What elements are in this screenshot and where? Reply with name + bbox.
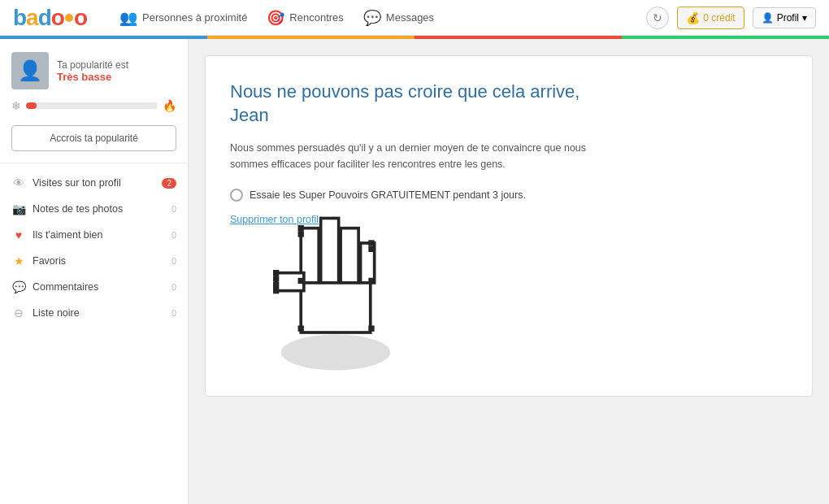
logo[interactable]: badoo [13, 5, 87, 31]
notes-icon: 📷 [11, 202, 26, 215]
sidebar-item-aiment[interactable]: ♥ Ils t'aiment bien 0 [0, 222, 188, 248]
sidebar-item-notes[interactable]: 📷 Notes de tes photos 0 [0, 196, 188, 222]
favoris-label: Favoris [33, 255, 165, 267]
profil-button[interactable]: 👤 Profil ▾ [753, 7, 816, 28]
svg-rect-2 [301, 228, 319, 283]
aiment-count: 0 [171, 230, 176, 240]
liste-noire-label: Liste noire [33, 307, 165, 319]
svg-rect-5 [361, 243, 375, 283]
svg-rect-8 [298, 231, 304, 237]
popularity-intro: Ta popularité est [57, 59, 128, 71]
popularity-level: Très basse [57, 71, 128, 83]
refresh-button[interactable]: ↻ [646, 7, 669, 29]
notes-count: 0 [171, 204, 176, 214]
card-description: Nous sommes persuadés qu'il y a un derni… [230, 140, 604, 172]
delete-profile-link[interactable]: Supprimer ton profil [230, 214, 319, 225]
commentaires-count: 0 [171, 282, 176, 292]
popularity-bar-section: ❄ 🔥 [0, 99, 188, 122]
snowflake-icon: ❄ [11, 99, 21, 112]
popularity-bar-track [26, 102, 158, 109]
liste-noire-icon: ⊖ [11, 306, 26, 319]
favoris-count: 0 [171, 256, 176, 266]
profil-icon: 👤 [762, 12, 774, 24]
svg-rect-4 [341, 228, 358, 283]
personnes-icon: 👥 [119, 9, 137, 27]
sidebar-item-favoris[interactable]: ★ Favoris 0 [0, 248, 188, 274]
super-powers-label: Essaie les Super Pouvoirs GRATUITEMENT p… [250, 189, 526, 201]
svg-rect-12 [368, 278, 374, 284]
coin-icon: 💰 [686, 11, 700, 24]
card-title-line1: Nous ne pouvons pas croire que cela arri… [230, 81, 579, 102]
card-title-name: Jean [230, 105, 269, 125]
nav-messages[interactable]: 💬 Messages [363, 9, 434, 27]
avatar-image: 👤 [11, 52, 49, 89]
liste-noire-count: 0 [171, 308, 176, 318]
visites-badge: 2 [162, 178, 176, 189]
svg-rect-16 [273, 276, 279, 281]
svg-rect-11 [368, 246, 374, 252]
svg-rect-17 [273, 282, 279, 288]
nav-right: ↻ 💰 0 crédit 👤 Profil ▾ [646, 7, 816, 29]
messages-icon: 💬 [363, 9, 381, 27]
top-navigation: badoo 👥 Personnes à proximité 🎯 Rencontr… [0, 0, 829, 36]
svg-rect-6 [276, 273, 304, 291]
svg-rect-10 [368, 240, 374, 245]
accrois-button[interactable]: Accrois ta popularité [11, 125, 176, 151]
aiment-icon: ♥ [11, 228, 26, 241]
visites-label: Visites sur ton profil [33, 177, 155, 189]
content-area: Nous ne pouvons pas croire que cela arri… [189, 39, 829, 504]
chevron-down-icon: ▾ [802, 12, 807, 24]
popularity-info: Ta popularité est Très basse [57, 59, 128, 83]
rencontres-icon: 🎯 [267, 9, 284, 27]
svg-rect-1 [301, 278, 371, 332]
svg-rect-9 [298, 278, 304, 284]
aiment-label: Ils t'aiment bien [33, 229, 165, 241]
profile-section: 👤 Ta popularité est Très basse [0, 39, 188, 99]
cursor-illustration [254, 198, 417, 380]
popularity-bar-fill [26, 102, 37, 109]
nav-personnes[interactable]: 👥 Personnes à proximité [119, 9, 247, 27]
super-powers-option: Essaie les Super Pouvoirs GRATUITEMENT p… [230, 189, 788, 202]
commentaires-label: Commentaires [33, 281, 165, 293]
svg-rect-13 [368, 325, 374, 331]
main-layout: 👤 Ta popularité est Très basse ❄ 🔥 Accro… [0, 39, 829, 504]
card-title: Nous ne pouvons pas croire que cela arri… [230, 80, 788, 127]
svg-rect-3 [321, 218, 339, 282]
favoris-icon: ★ [11, 254, 26, 267]
flame-icon: 🔥 [163, 99, 176, 112]
sidebar: 👤 Ta popularité est Très basse ❄ 🔥 Accro… [0, 39, 189, 504]
notes-label: Notes de tes photos [33, 203, 165, 215]
super-powers-radio[interactable] [230, 189, 243, 202]
sidebar-item-liste-noire[interactable]: ⊖ Liste noire 0 [0, 300, 188, 326]
content-card: Nous ne pouvons pas croire que cela arri… [205, 55, 813, 397]
sidebar-item-commentaires[interactable]: 💬 Commentaires 0 [0, 274, 188, 300]
main-nav: 👥 Personnes à proximité 🎯 Rencontres 💬 M… [119, 9, 434, 27]
commentaires-icon: 💬 [11, 280, 26, 293]
svg-rect-7 [298, 225, 304, 231]
nav-rencontres[interactable]: 🎯 Rencontres [267, 9, 343, 27]
sidebar-menu: 👁 Visites sur ton profil 2 📷 Notes de te… [0, 163, 188, 332]
svg-rect-15 [273, 270, 279, 276]
svg-rect-18 [273, 288, 279, 293]
sidebar-item-visites[interactable]: 👁 Visites sur ton profil 2 [0, 170, 188, 196]
svg-rect-14 [298, 325, 304, 331]
svg-point-0 [281, 334, 390, 370]
credit-button[interactable]: 💰 0 crédit [677, 7, 744, 29]
avatar: 👤 [11, 52, 49, 89]
visites-icon: 👁 [11, 176, 26, 189]
